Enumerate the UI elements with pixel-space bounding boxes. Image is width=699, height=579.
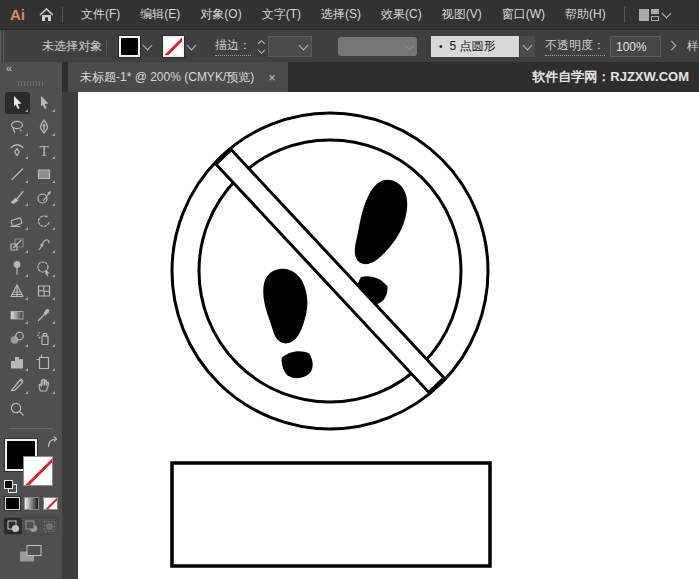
home-button[interactable] (39, 8, 54, 22)
width-profile-dropdown-disabled (338, 37, 417, 56)
label-rectangle[interactable] (172, 463, 490, 566)
fill-stroke-control (2, 435, 60, 493)
screen-mode-button[interactable] (18, 544, 44, 567)
svg-text:T: T (39, 143, 48, 159)
tool-grid-spacer (32, 398, 57, 420)
brush-name: 5 点圆形 (450, 38, 496, 55)
canvas-pasteboard (62, 92, 699, 579)
brush-face: • 5 点圆形 (431, 36, 519, 57)
menu-type[interactable]: 文字(T) (252, 0, 311, 29)
none-slash-icon (24, 456, 53, 486)
scale-tool[interactable] (5, 233, 30, 255)
opacity-control: 不透明度： 100% (545, 36, 679, 57)
brush-definition-dropdown[interactable]: • 5 点圆形 (431, 36, 535, 57)
eraser-tool[interactable] (5, 210, 30, 232)
watermark-text: 软件自学网：RJZXW.COM (532, 68, 689, 86)
chevron-down-icon (299, 40, 309, 50)
rectangle-tool[interactable] (32, 163, 57, 185)
control-divider (106, 39, 107, 55)
panel-collapse-button[interactable]: « (0, 62, 62, 77)
stroke-weight-dropdown[interactable] (268, 36, 312, 57)
chevron-down-icon (661, 8, 671, 18)
stroke-weight-label[interactable]: 描边： (215, 37, 251, 56)
gradient-tool[interactable] (5, 304, 30, 326)
ai-logo: Ai (10, 6, 25, 23)
menu-file[interactable]: 文件(F) (71, 0, 130, 29)
default-fill-stroke-button[interactable] (4, 480, 17, 493)
panel-drag-grip[interactable] (18, 81, 44, 86)
menu-effect[interactable]: 效果(C) (371, 0, 432, 29)
color-button[interactable] (5, 497, 20, 510)
gradient-button[interactable] (24, 497, 39, 510)
menu-help[interactable]: 帮助(H) (555, 0, 616, 29)
brush-chevron-button[interactable] (519, 36, 535, 57)
eyedropper-tool[interactable] (32, 304, 57, 326)
artboard-tool[interactable] (32, 351, 57, 373)
style-label-partial: 样 (687, 38, 699, 55)
perspective-grid-tool[interactable] (5, 280, 30, 302)
opacity-label[interactable]: 不透明度： (545, 37, 605, 56)
menu-edit[interactable]: 编辑(E) (130, 0, 190, 29)
stroke-none-chip (163, 36, 184, 57)
curvature-tool[interactable] (5, 139, 30, 161)
menu-select[interactable]: 选择(S) (311, 0, 371, 29)
shape-builder-tool[interactable] (32, 257, 57, 279)
slice-tool[interactable] (5, 374, 30, 396)
stepper-down-icon (258, 46, 265, 53)
hand-tool[interactable] (32, 374, 57, 396)
none-slash-icon (164, 36, 184, 57)
rotate-tool[interactable] (32, 210, 57, 232)
puppet-warp-tool[interactable] (5, 257, 30, 279)
selection-tool[interactable] (5, 92, 30, 114)
artboard[interactable] (78, 92, 699, 579)
stroke-swatch[interactable] (23, 456, 53, 486)
paintbrush-tool[interactable] (5, 186, 30, 208)
fill-color-swatch[interactable] (119, 36, 155, 57)
illustrator-window: Ai 文件(F) 编辑(E) 对象(O) 文字(T) 选择(S) 效果(C) 视… (0, 0, 699, 579)
type-tool[interactable]: T (32, 139, 57, 161)
swap-fill-stroke-button[interactable] (46, 435, 59, 453)
tab-close-icon[interactable]: × (268, 71, 276, 84)
brush-dot-icon: • (439, 41, 443, 52)
lasso-tool[interactable] (5, 116, 30, 138)
stroke-weight-stepper[interactable] (257, 37, 266, 57)
menu-view[interactable]: 视图(V) (432, 0, 492, 29)
zoom-tool[interactable] (5, 398, 30, 420)
tools-panel: « T (0, 62, 62, 579)
menu-window[interactable]: 窗口(W) (492, 0, 555, 29)
screen-mode-icon (18, 544, 44, 563)
chevron-down-icon (405, 40, 415, 50)
blend-tool[interactable] (5, 327, 30, 349)
width-tool[interactable] (32, 233, 57, 255)
menu-object[interactable]: 对象(O) (190, 0, 251, 29)
selection-status: 未选择对象 (42, 38, 102, 55)
default-fill-mini (4, 480, 13, 489)
drawing-mode-buttons (3, 517, 59, 535)
home-icon (39, 8, 54, 22)
draw-inside-mode[interactable] (40, 518, 58, 534)
control-bar: 未选择对象 描边： • 5 点圆形 (0, 29, 699, 64)
pen-tool[interactable] (32, 116, 57, 138)
document-tab[interactable]: 未标题-1* @ 200% (CMYK/预览) × (68, 62, 288, 92)
mesh-tool[interactable] (32, 280, 57, 302)
chevron-down-icon (523, 41, 533, 51)
none-slash-icon (43, 497, 58, 510)
opacity-expand-button[interactable] (663, 36, 679, 57)
workspace-switcher-button[interactable] (639, 8, 674, 22)
menu-divider (62, 7, 63, 23)
line-segment-tool[interactable] (5, 163, 30, 185)
chevron-right-icon (666, 40, 676, 50)
shaper-tool[interactable] (32, 186, 57, 208)
symbol-sprayer-tool[interactable] (32, 327, 57, 349)
chevron-down-icon (187, 40, 197, 50)
direct-selection-tool[interactable] (32, 92, 57, 114)
draw-behind-mode[interactable] (22, 518, 40, 534)
stroke-color-swatch[interactable] (163, 36, 199, 57)
draw-normal-mode[interactable] (4, 518, 22, 534)
column-graph-tool[interactable] (5, 351, 30, 373)
document-title: 未标题-1* @ 200% (CMYK/预览) (80, 69, 254, 86)
opacity-input[interactable]: 100% (610, 36, 661, 57)
main-area: 未标题-1* @ 200% (CMYK/预览) × 软件自学网：RJZXW.CO… (0, 62, 699, 579)
panel-grip-handle[interactable] (0, 30, 6, 63)
none-button[interactable] (43, 497, 58, 510)
